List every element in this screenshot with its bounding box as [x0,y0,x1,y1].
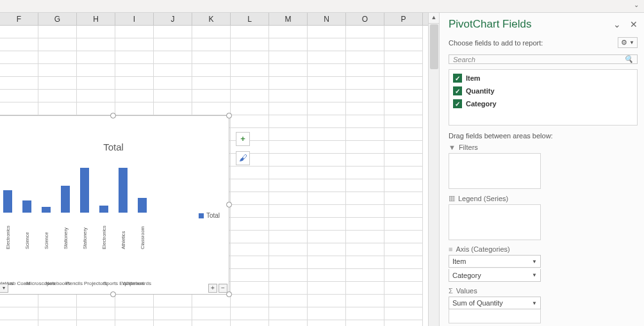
values-area[interactable] [449,309,541,323]
resize-handle[interactable] [226,113,232,118]
legend-swatch-icon [199,213,204,218]
vertical-scrollbar[interactable]: ▲ [428,13,439,326]
checkbox-checked-icon[interactable]: ✓ [453,99,462,108]
bar-group-label: Stationery [82,216,88,249]
drag-instruction: Drag fields between areas below: [449,132,638,140]
filter-icon: ▼ [449,143,456,151]
bar-group-label: Classroom [140,216,145,249]
col-header[interactable]: M [269,13,308,25]
close-icon[interactable]: ✕ [630,19,638,29]
bar-group-label: Electronics [5,216,11,249]
field-item[interactable]: ✓ Item [453,74,633,83]
axis-area-label: Axis (Categories) [456,245,509,253]
axis-area-item[interactable]: Category▼ [449,269,541,282]
pivotchart-fields-pane: PivotChart Fields ⌄ ✕ Choose fields to a… [439,13,644,326]
filters-area-label: Filters [459,143,478,151]
pane-options-button[interactable]: ⚙ ▼ [618,37,638,48]
chart-bar[interactable] [22,200,31,213]
formula-bar: ⌄ [0,0,644,13]
chart-title[interactable]: Total [0,142,229,152]
bar-group-label: Science [44,216,49,249]
chart-bar[interactable] [61,186,70,213]
legend-icon: ▥ [449,194,455,202]
scroll-up-arrow-icon[interactable]: ▲ [429,13,439,24]
resize-handle[interactable] [110,113,116,118]
plus-icon: + [240,134,245,143]
pane-collapse-icon[interactable]: ⌄ [613,19,621,29]
filter-button[interactable]: ▾ [0,284,8,293]
col-header[interactable]: H [77,13,115,25]
resize-handle[interactable] [110,291,116,297]
chart-plot-area[interactable]: ElectronicsScienceScienceStationeryStati… [0,167,190,270]
field-label: Category [466,100,497,108]
search-placeholder: Search [453,56,475,63]
field-item[interactable]: ✓ Category [453,99,633,108]
field-label: Item [466,74,481,82]
bar-category-label: Microscopes [26,281,45,286]
bar-category-label: Sports Equipment [103,281,122,286]
chart-bar[interactable] [99,206,108,213]
bar-category-label: Lab Coats [7,281,26,286]
worksheet[interactable]: F G H I J K L M N O P ▲ Total Electron [0,13,439,326]
resize-handle[interactable] [226,202,232,208]
brush-icon: 🖌 [239,153,247,163]
chart-bar[interactable] [3,190,12,213]
col-header[interactable]: P [384,13,423,25]
chart-elements-button[interactable]: + [236,132,250,146]
chart-styles-button[interactable]: 🖌 [236,151,250,165]
col-header[interactable]: O [346,13,384,25]
legend-area[interactable] [449,204,541,240]
chevron-down-icon: ▼ [532,300,537,306]
field-label: Quantity [466,87,495,95]
column-headers: F G H I J K L M N O P [0,13,439,26]
col-header[interactable]: N [308,13,346,25]
field-item[interactable]: ✓ Quantity [453,86,633,95]
checkbox-checked-icon[interactable]: ✓ [453,86,462,95]
bar-category-label: Pencils [65,281,84,286]
bar-group-label: Stationery [63,216,69,249]
bar-category-label: Projectors [84,281,103,286]
search-input[interactable]: Search 🔍 [449,54,638,64]
axis-area-item[interactable]: Item▼ [449,255,541,268]
gear-icon: ⚙ [621,38,627,47]
chart-bar[interactable] [138,198,147,213]
chart-legend[interactable]: Total [199,212,220,219]
chart-bar[interactable] [119,168,128,213]
formula-bar-expand-icon[interactable]: ⌄ [634,1,639,8]
bar-group-label: Athletics [120,216,126,249]
col-header[interactable]: I [115,13,154,25]
search-icon: 🔍 [624,55,633,63]
values-area-label: Values [456,287,477,295]
col-header[interactable]: L [231,13,269,25]
col-header[interactable]: G [38,13,77,25]
axis-icon: ≡ [449,245,452,253]
expand-button[interactable]: + [208,284,217,293]
bar-group-label: Science [24,216,30,249]
bar-group-label: Electronics [101,216,107,249]
col-header[interactable]: J [154,13,192,25]
pivot-chart[interactable]: Total ElectronicsScienceScienceStationer… [0,115,229,295]
filters-area[interactable] [449,153,541,189]
bar-category-label: Notebooks [45,281,65,286]
values-icon: Σ [449,287,453,295]
collapse-button[interactable]: − [219,284,227,293]
field-list[interactable]: ✓ Item ✓ Quantity ✓ Category [449,69,638,126]
chart-bar[interactable] [80,168,89,213]
chart-bar[interactable] [42,207,51,213]
checkbox-checked-icon[interactable]: ✓ [453,74,462,83]
col-header[interactable]: F [0,13,38,25]
pane-title: PivotChart Fields [449,18,531,31]
scroll-thumb[interactable] [430,24,438,69]
col-header[interactable]: K [192,13,231,25]
pane-subtitle: Choose fields to add to report: [449,39,543,47]
chevron-down-icon: ▼ [532,259,537,265]
values-area-item[interactable]: Sum of Quantity▼ [449,297,541,309]
legend-area-label: Legend (Series) [458,195,508,202]
legend-label: Total [206,212,220,219]
bar-category-label: Whiteboards [122,281,142,286]
chevron-down-icon: ▼ [532,272,537,278]
chevron-down-icon: ▼ [629,40,634,45]
